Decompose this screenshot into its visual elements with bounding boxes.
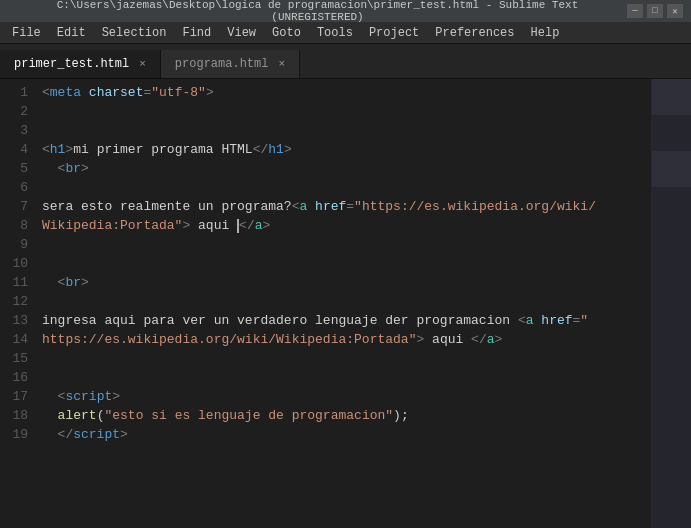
- code-line-4: <h1>mi primer programa HTML</h1>: [42, 140, 651, 159]
- menu-item-edit[interactable]: Edit: [49, 24, 94, 42]
- tab-1[interactable]: programa.html×: [161, 50, 300, 78]
- code-line-8: Wikipedia:Portada"> aqui </a>: [42, 216, 651, 235]
- code-line-15: [42, 349, 651, 368]
- line-num-11: 11: [0, 273, 28, 292]
- code-line-2: [42, 102, 651, 121]
- code-line-12: [42, 292, 651, 311]
- line-num-8: 8: [0, 216, 28, 235]
- maximize-button[interactable]: □: [647, 4, 663, 18]
- line-num-13: 13: [0, 311, 28, 330]
- code-line-9: [42, 235, 651, 254]
- line-num-10: 10: [0, 254, 28, 273]
- menu-item-project[interactable]: Project: [361, 24, 427, 42]
- line-num-1: 1: [0, 83, 28, 102]
- editor: 12345678910111213141516171819 <meta char…: [0, 79, 691, 528]
- line-num-17: 17: [0, 387, 28, 406]
- line-numbers: 12345678910111213141516171819: [0, 79, 38, 528]
- tab-close-1[interactable]: ×: [276, 57, 287, 71]
- code-line-1: <meta charset="utf-8">: [42, 83, 651, 102]
- title-text: C:\Users\jazemas\Desktop\logica de progr…: [8, 0, 627, 23]
- line-num-3: 3: [0, 121, 28, 140]
- line-num-19: 19: [0, 425, 28, 444]
- line-num-16: 16: [0, 368, 28, 387]
- line-num-18: 18: [0, 406, 28, 425]
- tab-0[interactable]: primer_test.html×: [0, 50, 161, 78]
- line-num-7: 7: [0, 197, 28, 216]
- line-num-4: 4: [0, 140, 28, 159]
- code-line-14: https://es.wikipedia.org/wiki/Wikipedia:…: [42, 330, 651, 349]
- menu-item-view[interactable]: View: [219, 24, 264, 42]
- menu-item-selection[interactable]: Selection: [94, 24, 175, 42]
- tab-label-1: programa.html: [175, 57, 269, 71]
- code-line-3: [42, 121, 651, 140]
- minimap: [651, 79, 691, 528]
- menu-item-preferences[interactable]: Preferences: [427, 24, 522, 42]
- menu-item-find[interactable]: Find: [174, 24, 219, 42]
- code-line-5: <br>: [42, 159, 651, 178]
- menu-item-file[interactable]: File: [4, 24, 49, 42]
- line-num-9: 9: [0, 235, 28, 254]
- line-num-15: 15: [0, 349, 28, 368]
- line-num-5: 5: [0, 159, 28, 178]
- code-line-6: [42, 178, 651, 197]
- tab-label-0: primer_test.html: [14, 57, 129, 71]
- line-num-14: 14: [0, 330, 28, 349]
- code-line-17: <script>: [42, 387, 651, 406]
- code-line-19: </script>: [42, 425, 651, 444]
- code-line-7: sera esto realmente un programa?<a href=…: [42, 197, 651, 216]
- title-bar: C:\Users\jazemas\Desktop\logica de progr…: [0, 0, 691, 22]
- code-content[interactable]: <meta charset="utf-8"> <h1>mi primer pro…: [38, 79, 651, 528]
- code-line-11: <br>: [42, 273, 651, 292]
- close-button[interactable]: ✕: [667, 4, 683, 18]
- code-line-10: [42, 254, 651, 273]
- menu-item-help[interactable]: Help: [523, 24, 568, 42]
- code-line-13: ingresa aqui para ver un verdadero lengu…: [42, 311, 651, 330]
- minimap-content: [651, 79, 691, 528]
- line-num-12: 12: [0, 292, 28, 311]
- line-num-6: 6: [0, 178, 28, 197]
- menu-bar: FileEditSelectionFindViewGotoToolsProjec…: [0, 22, 691, 44]
- menu-item-tools[interactable]: Tools: [309, 24, 361, 42]
- minimize-button[interactable]: ─: [627, 4, 643, 18]
- code-line-18: alert("esto si es lenguaje de programaci…: [42, 406, 651, 425]
- code-line-16: [42, 368, 651, 387]
- menu-item-goto[interactable]: Goto: [264, 24, 309, 42]
- tab-bar: primer_test.html×programa.html×: [0, 44, 691, 79]
- line-num-2: 2: [0, 102, 28, 121]
- tab-close-0[interactable]: ×: [137, 57, 148, 71]
